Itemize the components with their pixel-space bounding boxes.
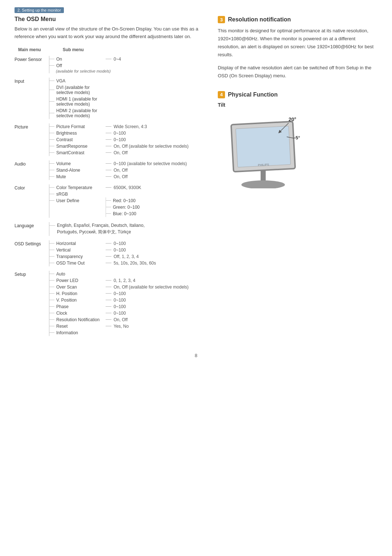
sub-on: On 0~4 <box>49 56 203 62</box>
sub-list-power-sensor: On 0~4 Off (available for selective mode… <box>49 56 203 73</box>
tilt-section: Tilt PHILIPS <box>218 102 377 189</box>
section-3-heading: 3 Resolution notification <box>218 16 377 23</box>
section-4-title: Physical Function <box>228 91 278 98</box>
section-4-heading: 4 Physical Function <box>218 91 377 98</box>
tree-row-power-sensor: Power Sensor On 0~4 Off (available for s… <box>15 56 203 73</box>
main-item-language: Language <box>15 222 49 228</box>
main-item-input: Input <box>15 78 49 84</box>
section-3: 3 Resolution notification This monitor i… <box>218 16 377 80</box>
off-note: (available for selective models) <box>49 69 203 73</box>
section-3-num: 3 <box>218 16 225 23</box>
stand-alone-label: Stand-Alone <box>49 167 106 173</box>
section-badge: 2. Setting up the monitor <box>15 7 64 13</box>
page-number: 8 <box>15 353 377 358</box>
tree-row-input: Input VGA DVI (available for selective m… <box>15 78 203 119</box>
section-3-title: Resolution notification <box>228 16 291 23</box>
intro-paragraph: Below is an overall view of the structur… <box>15 25 203 41</box>
tree-row-color: Color Color Temperature 6500K, 9300K sRG… <box>15 184 203 218</box>
tree-row-setup: Setup Auto Power LED 0, 1, 2, 3, 4 Over … <box>15 271 203 336</box>
sub-list-osd-settings: Horizontal 0~100 Vertical 0~100 Transpar… <box>49 240 203 266</box>
sub-list-setup: Auto Power LED 0, 1, 2, 3, 4 Over Scan O… <box>49 271 203 336</box>
svg-text:PHILIPS: PHILIPS <box>258 163 269 167</box>
sub-list-color: Color Temperature 6500K, 9300K sRGB User… <box>49 184 203 218</box>
right-column: 3 Resolution notification This monitor i… <box>218 16 377 338</box>
left-column: The OSD Menu Below is an overall view of… <box>15 16 203 338</box>
osd-menu-title: The OSD Menu <box>15 16 203 23</box>
section-4-num: 4 <box>218 91 225 98</box>
angle-neg5-text: -5° <box>294 135 300 140</box>
angle-20-text: 20° <box>289 116 296 122</box>
main-item-audio: Audio <box>15 160 49 167</box>
main-item-setup: Setup <box>15 271 49 277</box>
section-3-para2: Display of the native resolution alert c… <box>218 64 377 80</box>
sub-list-input: VGA DVI (available for selective models)… <box>49 78 203 119</box>
menu-headers: Main menu Sub menu <box>15 47 203 52</box>
tree-row-audio: Audio Volume 0~100 (available for select… <box>15 160 203 180</box>
sub-menu-header: Sub menu <box>63 47 84 52</box>
sub-list-language: English, Español, Français, Deutsch, Ita… <box>49 222 203 236</box>
main-item-osd-settings: OSD Settings <box>15 240 49 246</box>
tree-row-osd-settings: OSD Settings Horizontal 0~100 Vertical 0… <box>15 240 203 266</box>
sub-off: Off <box>49 62 203 68</box>
transparency-label: Transparency <box>49 253 106 259</box>
sub-list-picture: Picture Format Wide Screen, 4:3 Brightne… <box>49 123 203 156</box>
main-item-color: Color <box>15 184 49 191</box>
tilt-title: Tilt <box>218 102 377 108</box>
main-item-picture: Picture <box>15 123 49 130</box>
section-3-para1: This monitor is designed for optimal per… <box>218 27 377 59</box>
svg-rect-1 <box>236 126 290 167</box>
main-menu-header: Main menu <box>18 47 41 52</box>
tree-row-picture: Picture Picture Format Wide Screen, 4:3 … <box>15 123 203 156</box>
clock-label: Clock <box>49 310 106 316</box>
tree-row-language: Language English, Español, Français, Deu… <box>15 222 203 236</box>
main-item-power-sensor: Power Sensor <box>15 56 49 62</box>
brightness-label: Brightness <box>49 130 106 136</box>
monitor-diagram: PHILIPS 20° -5° <box>218 112 327 188</box>
svg-point-4 <box>241 180 285 188</box>
sub-list-audio: Volume 0~100 (available for selective mo… <box>49 160 203 180</box>
section-4: 4 Physical Function Tilt PHILIPS <box>218 91 377 189</box>
